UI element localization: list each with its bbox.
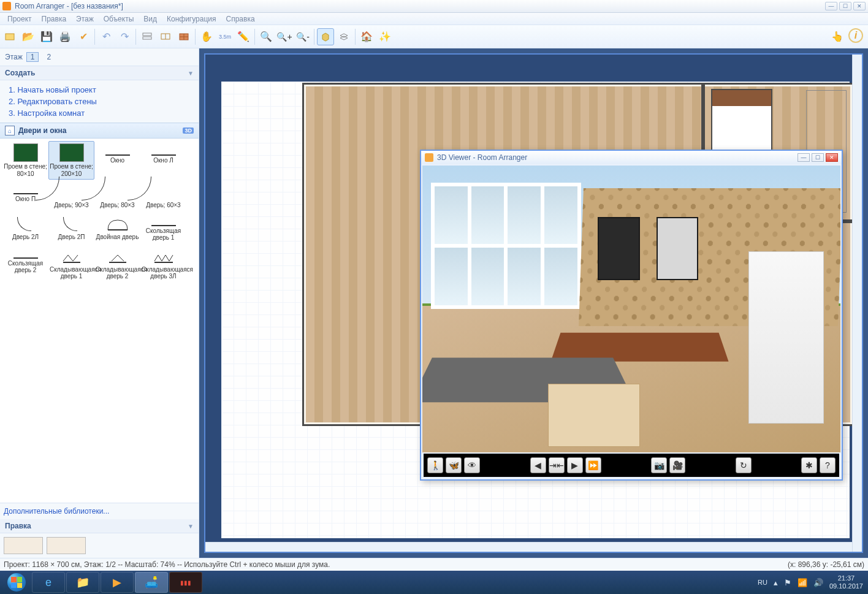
home-icon: ⌂	[5, 126, 15, 135]
prev-icon[interactable]: ◀	[530, 457, 546, 473]
more-libraries-link[interactable]: Дополнительные библиотеки...	[0, 503, 199, 519]
refresh-icon[interactable]: ↻	[736, 457, 752, 473]
lib-item-folding-1[interactable]: Складывающаяся дверь 1	[48, 244, 94, 283]
rooms-icon[interactable]	[175, 28, 192, 45]
scrollbar-horizontal[interactable]	[205, 542, 852, 552]
taskbar-explorer-icon[interactable]: 📁	[66, 572, 99, 593]
zoom-out-icon[interactable]: 🔍-	[294, 28, 311, 45]
taskbar-app-icon[interactable]: ▮▮▮	[169, 572, 202, 593]
undo-icon[interactable]: ↶	[97, 28, 115, 45]
clock[interactable]: 21:37 09.10.2017	[829, 574, 863, 590]
floor-2-button[interactable]: 2	[42, 52, 55, 62]
fly-mode-icon[interactable]: 🦋	[446, 457, 462, 473]
start-button[interactable]	[2, 572, 31, 593]
shrink-icon[interactable]: ⇥⇤	[549, 457, 565, 473]
lib-item-door-2l[interactable]: Дверь 2Л	[2, 211, 48, 244]
category-doors-windows[interactable]: ⌂ Двери и окна 3D	[0, 123, 199, 139]
lang-indicator[interactable]: RU	[758, 579, 767, 586]
taskbar-media-icon[interactable]: ▶	[101, 572, 134, 593]
lib-item-folding-3l[interactable]: Складывающаяся дверь 3Л	[140, 244, 186, 283]
viewer-maximize-button[interactable]: ☐	[812, 153, 824, 162]
viewer-render-area[interactable]	[422, 166, 840, 452]
lib-item-sliding-1[interactable]: Скользящая дверь 1	[140, 211, 186, 244]
pencil-icon[interactable]: ✏️	[235, 28, 252, 45]
material-swatch-1[interactable]	[4, 537, 43, 554]
menu-view[interactable]: Вид	[139, 15, 162, 23]
eye-mode-icon[interactable]: 👁	[464, 457, 480, 473]
maximize-button[interactable]: ☐	[839, 2, 851, 10]
taskbar-ie-icon[interactable]: e	[32, 572, 65, 593]
lib-item-door-2r[interactable]: Дверь 2П	[48, 211, 94, 244]
lib-item-window-l[interactable]: Окно Л	[140, 141, 186, 180]
check-icon[interactable]: ✔	[75, 28, 92, 45]
camera-icon[interactable]: 📷	[651, 457, 667, 473]
pointer-icon[interactable]: 👆	[829, 28, 846, 45]
viewer-close-button[interactable]: ✕	[826, 153, 838, 162]
svg-rect-1	[143, 33, 151, 36]
save-icon[interactable]: 💾	[38, 28, 55, 45]
close-button[interactable]: ✕	[853, 2, 866, 10]
settings-icon[interactable]: ✱	[801, 457, 817, 473]
layers-icon[interactable]	[335, 28, 352, 45]
volume-icon[interactable]: 🔊	[813, 578, 823, 587]
video-icon[interactable]: 🎥	[669, 457, 685, 473]
step-setup-rooms[interactable]: 3. Настройка комнат	[9, 107, 190, 119]
edit-section-header[interactable]: Правка ▼	[0, 519, 199, 533]
menu-objects[interactable]: Объекты	[99, 15, 139, 23]
tray-up-icon[interactable]: ▴	[774, 578, 778, 587]
play-icon[interactable]: ▶	[567, 457, 583, 473]
menu-edit[interactable]: Правка	[37, 15, 72, 23]
floor-1-button[interactable]: 1	[26, 52, 39, 62]
lib-item-double-door[interactable]: Двойная дверь	[94, 211, 140, 244]
minimize-button[interactable]: —	[825, 2, 837, 10]
menubar: Проект Правка Этаж Объекты Вид Конфигура…	[0, 13, 868, 25]
menu-project[interactable]: Проект	[2, 15, 37, 23]
sidebar: Этаж 1 2 Создать ▼ 1. Начать новый проек…	[0, 48, 199, 558]
lib-item-window[interactable]: Окно	[94, 141, 140, 180]
network-icon[interactable]: 📶	[798, 578, 807, 587]
lib-item-opening-200[interactable]: Проем в стене; 200×10	[48, 141, 94, 180]
scrollbar-vertical[interactable]	[852, 55, 862, 552]
lib-item-sliding-2[interactable]: Скользящая дверь 2	[2, 244, 48, 283]
viewer-3d-window[interactable]: 3D Viewer - Room Arranger — ☐ ✕	[420, 150, 843, 481]
open-icon[interactable]: 📂	[20, 28, 37, 45]
menu-config[interactable]: Конфигурация	[162, 15, 221, 23]
edit-walls-icon[interactable]	[157, 28, 174, 45]
walk-mode-icon[interactable]: 🚶	[427, 457, 443, 473]
swatch-row	[0, 533, 199, 558]
measure-icon[interactable]: 3.5m	[216, 28, 234, 45]
lib-item-opening-80[interactable]: Проем в стене; 80×10	[2, 141, 48, 180]
redo-icon[interactable]: ↷	[116, 28, 133, 45]
badge-3d: 3D	[183, 128, 194, 134]
toolbar: 📂 💾 🖨️ ✔ ↶ ↷ ✋ 3.5m ✏️ 🔍 🔍+ 🔍- 🏠 ✨ 👆 i	[0, 25, 868, 48]
sparkle-icon[interactable]: ✨	[376, 28, 394, 45]
viewer-titlebar[interactable]: 3D Viewer - Room Arranger — ☐ ✕	[421, 151, 842, 164]
zoom-in-icon[interactable]: 🔍+	[276, 28, 293, 45]
print-icon[interactable]: 🖨️	[56, 28, 74, 45]
zoom-fit-icon[interactable]: 🔍	[257, 28, 275, 45]
flag-icon[interactable]: ⚑	[784, 578, 791, 587]
separator	[195, 29, 196, 45]
separator	[314, 29, 314, 45]
new-icon[interactable]	[1, 28, 18, 45]
material-swatch-2[interactable]	[47, 537, 86, 554]
fast-forward-icon[interactable]: ⏩	[585, 457, 601, 473]
menu-help[interactable]: Справка	[221, 15, 260, 23]
hand-icon[interactable]: ✋	[198, 28, 215, 45]
chevron-down-icon: ▼	[188, 523, 194, 530]
info-icon[interactable]: i	[848, 28, 863, 43]
lib-item-folding-2[interactable]: Складывающаяся дверь 2	[94, 244, 140, 283]
viewer-minimize-button[interactable]: —	[798, 153, 810, 162]
step-new-project[interactable]: 1. Начать новый проект	[9, 84, 190, 96]
walls-icon[interactable]	[139, 28, 156, 45]
help-icon[interactable]: ?	[820, 457, 836, 473]
create-section-header[interactable]: Создать ▼	[0, 66, 199, 80]
floor-label: Этаж	[5, 53, 23, 61]
lib-item-door-60[interactable]: Дверь; 60×3	[140, 180, 186, 211]
view-3d-icon[interactable]	[317, 28, 334, 45]
house-icon[interactable]: 🏠	[358, 28, 375, 45]
chevron-down-icon: ▼	[188, 70, 194, 77]
menu-floor[interactable]: Этаж	[71, 15, 99, 23]
step-edit-walls[interactable]: 2. Редактировать стены	[9, 96, 190, 107]
taskbar-roomarranger-icon[interactable]: 🛋️	[135, 572, 168, 593]
